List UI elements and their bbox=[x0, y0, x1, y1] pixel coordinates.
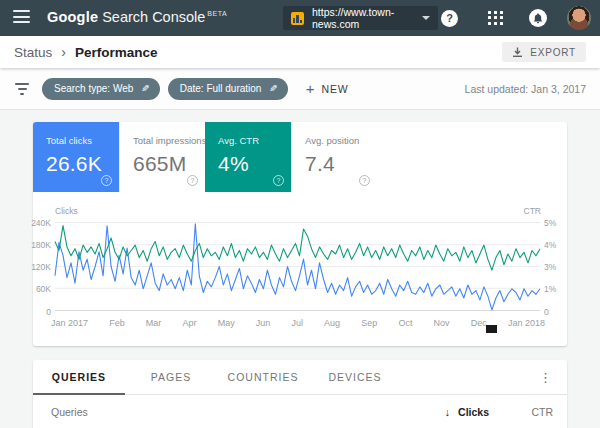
metric-label: Total impressions bbox=[133, 135, 205, 146]
dimension-tabs: QUERIES PAGES COUNTRIES DEVICES ⋮ bbox=[33, 360, 567, 395]
metric-tiles: Total clicks 26.6K ? Total impressions 6… bbox=[33, 122, 377, 192]
left-ticks: 240K180K120K60K0 bbox=[33, 222, 51, 311]
tab-devices[interactable]: DEVICES bbox=[309, 360, 401, 394]
avatar[interactable] bbox=[567, 6, 591, 30]
axis-tick-label: 3% bbox=[544, 262, 556, 272]
x-axis-tick-label: Nov bbox=[434, 318, 450, 328]
overflow-menu-icon[interactable]: ⋮ bbox=[534, 368, 557, 387]
metric-label: Avg. CTR bbox=[218, 135, 291, 146]
help-icon[interactable]: ? bbox=[441, 10, 458, 27]
metric-value: 665M bbox=[133, 152, 205, 176]
axis-tick-label: 0 bbox=[46, 307, 51, 317]
tab-pages[interactable]: PAGES bbox=[125, 360, 217, 394]
property-url: https://www.town-news.com bbox=[312, 6, 422, 30]
breadcrumb-bar: Status › Performance EXPORT bbox=[0, 36, 600, 68]
page-title: Performance bbox=[75, 45, 158, 60]
edit-pencil-icon: ✎ bbox=[141, 83, 149, 94]
time-series-chart[interactable] bbox=[55, 222, 540, 311]
series-ctr bbox=[55, 226, 540, 271]
menu-icon[interactable] bbox=[13, 10, 30, 25]
apps-grid-icon[interactable] bbox=[488, 11, 503, 26]
axis-tick-label: 120K bbox=[31, 262, 51, 272]
beta-badge: BETA bbox=[207, 10, 227, 17]
breadcrumb-status[interactable]: Status bbox=[14, 45, 52, 60]
filter-icon[interactable] bbox=[14, 83, 30, 95]
property-selector[interactable]: https://www.town-news.com bbox=[283, 6, 438, 30]
x-axis-tick-label: May bbox=[218, 318, 235, 328]
x-axis-labels: Jan 2017FebMarAprMayJunJulAugSepOctNovDe… bbox=[51, 318, 545, 328]
axis-tick-label: 0 bbox=[544, 307, 549, 317]
metric-label: Avg. position bbox=[305, 135, 377, 146]
x-axis-tick-label: Apr bbox=[182, 318, 196, 328]
axis-tick-label: 4% bbox=[544, 240, 556, 250]
logo-google: Google bbox=[47, 9, 98, 25]
filter-bar: Search type: Web ✎ Date: Full duration ✎… bbox=[0, 68, 600, 110]
performance-card: Total clicks 26.6K ? Total impressions 6… bbox=[33, 122, 567, 346]
metric-value: 4% bbox=[218, 152, 291, 176]
metric-value: 7.4 bbox=[305, 152, 377, 176]
x-axis-tick-label: Jul bbox=[291, 318, 303, 328]
axis-tick-label: 240K bbox=[31, 218, 51, 228]
notifications-icon[interactable] bbox=[529, 9, 547, 27]
x-axis-tick-label: Sep bbox=[361, 318, 377, 328]
breadcrumb-chevron-icon: › bbox=[61, 44, 66, 60]
metric-label: Total clicks bbox=[46, 135, 119, 146]
metric-value: 26.6K bbox=[46, 152, 119, 176]
tab-queries[interactable]: QUERIES bbox=[33, 360, 125, 394]
metric-avg-position[interactable]: Avg. position 7.4 ? bbox=[291, 122, 377, 192]
x-axis-tick-label: Feb bbox=[109, 318, 125, 328]
filter-chip-search-type[interactable]: Search type: Web ✎ bbox=[42, 78, 160, 100]
bell-glyph bbox=[533, 13, 543, 24]
column-header-ctr[interactable]: CTR bbox=[531, 406, 553, 418]
clicks-header-label: Clicks bbox=[458, 406, 489, 418]
download-icon bbox=[512, 47, 523, 58]
chart-svg bbox=[55, 222, 540, 311]
help-icon[interactable]: ? bbox=[101, 175, 112, 186]
x-axis-tick-label: Jan 2017 bbox=[51, 318, 88, 328]
metric-total-clicks[interactable]: Total clicks 26.6K ? bbox=[33, 122, 119, 192]
new-filter-label: NEW bbox=[322, 83, 349, 95]
app-logo: GoogleSearch ConsoleBETA bbox=[47, 9, 227, 25]
x-axis-tick-label: Jan 2018 bbox=[508, 318, 545, 328]
x-axis-tick-label: Oct bbox=[398, 318, 412, 328]
new-filter-button[interactable]: + NEW bbox=[306, 80, 349, 97]
app-bar: GoogleSearch ConsoleBETA https://www.tow… bbox=[0, 0, 600, 36]
column-header-queries: Queries bbox=[51, 406, 88, 418]
column-header-clicks[interactable]: ↓Clicks bbox=[445, 406, 489, 418]
chevron-down-icon bbox=[422, 16, 430, 20]
x-axis-tick-label: Dec bbox=[471, 318, 487, 328]
last-updated-text: Last updated: Jan 3, 2017 bbox=[465, 83, 586, 95]
right-axis-caption: CTR bbox=[524, 206, 541, 216]
export-button[interactable]: EXPORT bbox=[502, 42, 586, 62]
dimensions-card: QUERIES PAGES COUNTRIES DEVICES ⋮ Querie… bbox=[33, 360, 567, 428]
left-axis-caption: Clicks bbox=[55, 206, 78, 216]
x-axis-tick-label: Jun bbox=[256, 318, 271, 328]
metric-total-impressions[interactable]: Total impressions 665M ? bbox=[119, 122, 205, 192]
x-axis-tick-label: Mar bbox=[146, 318, 162, 328]
chip-label: Date: Full duration bbox=[180, 83, 262, 94]
filter-chip-date[interactable]: Date: Full duration ✎ bbox=[168, 78, 288, 100]
plus-icon: + bbox=[306, 80, 315, 97]
mouse-cursor bbox=[486, 325, 497, 333]
export-label: EXPORT bbox=[530, 47, 576, 58]
axis-tick-label: 5% bbox=[544, 218, 556, 228]
property-icon bbox=[291, 12, 304, 25]
chip-label: Search type: Web bbox=[54, 83, 133, 94]
logo-product: Search Console bbox=[102, 9, 205, 25]
help-icon[interactable]: ? bbox=[359, 175, 370, 186]
main-content: Total clicks 26.6K ? Total impressions 6… bbox=[0, 110, 600, 428]
help-icon[interactable]: ? bbox=[273, 175, 284, 186]
tab-countries[interactable]: COUNTRIES bbox=[217, 360, 309, 394]
x-axis-tick-label: Aug bbox=[324, 318, 340, 328]
edit-pencil-icon: ✎ bbox=[269, 83, 277, 94]
axis-tick-label: 1% bbox=[544, 284, 556, 294]
metric-avg-ctr[interactable]: Avg. CTR 4% ? bbox=[205, 122, 291, 192]
table-header-row: Queries ↓Clicks CTR bbox=[33, 395, 567, 428]
sort-down-icon: ↓ bbox=[445, 406, 450, 418]
axis-tick-label: 60K bbox=[36, 284, 51, 294]
help-icon[interactable]: ? bbox=[187, 175, 198, 186]
axis-tick-label: 180K bbox=[31, 240, 51, 250]
right-ticks: 5%4%3%1%0 bbox=[544, 222, 564, 311]
